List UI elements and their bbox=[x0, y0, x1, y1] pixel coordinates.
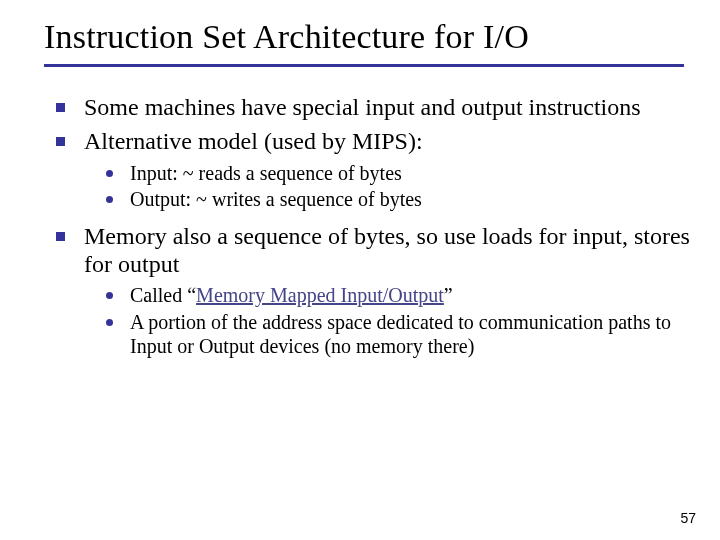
sub-bullet-text-pre: Called “ bbox=[130, 284, 196, 306]
sub-bullet-item: Input: ~ reads a sequence of bytes bbox=[84, 162, 692, 186]
sub-bullet-text: Output: ~ writes a sequence of bytes bbox=[130, 188, 422, 210]
slide-body: Some machines have special input and out… bbox=[0, 67, 720, 358]
sub-bullet-item: Output: ~ writes a sequence of bytes bbox=[84, 188, 692, 212]
sub-bullet-item: Called “Memory Mapped Input/Output” bbox=[84, 284, 692, 308]
slide-title: Instruction Set Architecture for I/O bbox=[0, 0, 720, 62]
bullet-list: Some machines have special input and out… bbox=[36, 93, 692, 358]
sub-bullet-list: Input: ~ reads a sequence of bytes Outpu… bbox=[84, 162, 692, 212]
memory-mapped-io-term: Memory Mapped Input/Output bbox=[196, 284, 444, 306]
bullet-item-1: Some machines have special input and out… bbox=[36, 93, 692, 121]
sub-bullet-text: Input: ~ reads a sequence of bytes bbox=[130, 162, 402, 184]
bullet-item-3: Memory also a sequence of bytes, so use … bbox=[36, 222, 692, 358]
bullet-text: Alternative model (used by MIPS): bbox=[84, 128, 423, 154]
slide: Instruction Set Architecture for I/O Som… bbox=[0, 0, 720, 540]
page-number: 57 bbox=[680, 510, 696, 526]
bullet-item-2: Alternative model (used by MIPS): Input:… bbox=[36, 127, 692, 212]
sub-bullet-item: A portion of the address space dedicated… bbox=[84, 311, 692, 358]
sub-bullet-text: A portion of the address space dedicated… bbox=[130, 311, 671, 357]
bullet-text: Some machines have special input and out… bbox=[84, 94, 641, 120]
bullet-text: Memory also a sequence of bytes, so use … bbox=[84, 223, 690, 277]
sub-bullet-text-post: ” bbox=[444, 284, 453, 306]
sub-bullet-list: Called “Memory Mapped Input/Output” A po… bbox=[84, 284, 692, 358]
